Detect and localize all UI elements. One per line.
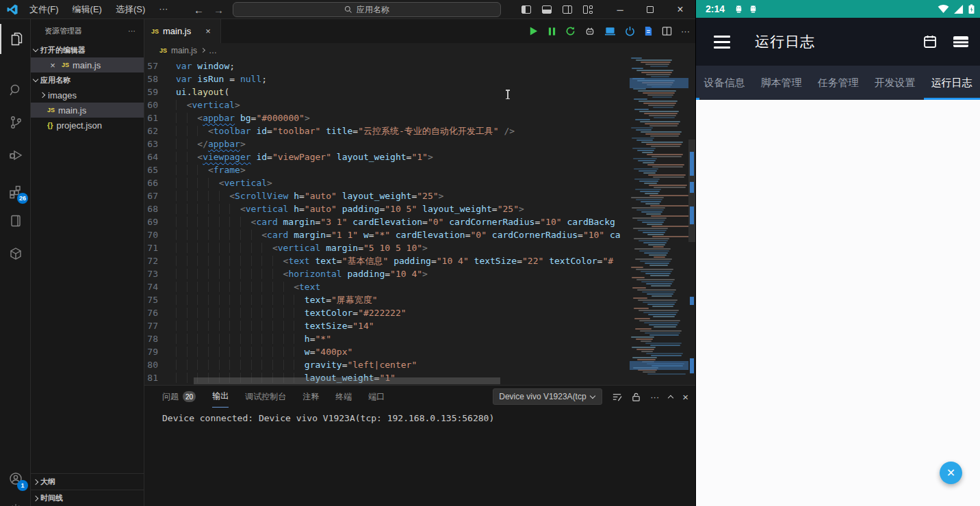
run-icon[interactable] (528, 26, 539, 36)
view-list-icon[interactable] (953, 35, 969, 49)
output-channel-dropdown[interactable]: Device vivo V1923A(tcp (493, 388, 602, 405)
power-icon[interactable] (625, 26, 635, 36)
explorer-actions-icon[interactable]: ··· (128, 27, 136, 35)
tab-dev-settings[interactable]: 开发设置 (866, 66, 923, 100)
toggle-secondary-sidebar-icon[interactable] (563, 5, 572, 14)
code-line: 77 textSize="14" (144, 319, 630, 332)
android-notification-icon (749, 4, 758, 14)
toggle-panel-icon[interactable] (542, 5, 552, 14)
hamburger-menu-icon[interactable] (714, 36, 730, 49)
search-sidebar-icon[interactable] (0, 75, 31, 105)
panel-tab-output[interactable]: 输出 (212, 386, 229, 408)
panel-controls: Device vivo V1923A(tcp ··· × (493, 388, 688, 405)
screen-mirror-icon[interactable] (604, 26, 616, 36)
minimap[interactable] (630, 57, 688, 385)
minimap-selection (630, 78, 688, 88)
menu-file[interactable]: 文件(F) (24, 2, 64, 17)
document-icon[interactable] (644, 26, 653, 36)
code-line: 76 textColor="#222222" (144, 306, 630, 319)
panel-tab-debug-console[interactable]: 调试控制台 (245, 386, 286, 408)
panel-more-icon[interactable]: ··· (650, 392, 659, 402)
close-panel-icon[interactable]: × (682, 391, 688, 403)
tab-script-management[interactable]: 脚本管理 (753, 66, 810, 100)
maximize-button[interactable] (635, 0, 665, 19)
accounts-badge: 1 (17, 480, 28, 491)
more-actions-icon[interactable]: ··· (681, 26, 690, 36)
close-button[interactable]: × (665, 0, 695, 19)
run-debug-icon[interactable] (0, 140, 31, 170)
code-line: 69 <card margin="3 1" cardElevation="0" … (144, 215, 630, 228)
accounts-icon[interactable]: 1 (0, 464, 31, 494)
open-editors-section[interactable]: 打开的编辑器 (31, 42, 144, 57)
titlebar: 文件(F) 编辑(E) 选择(S) ··· ← → 应用名称 (0, 0, 695, 19)
status-time: 2:14 (706, 3, 725, 14)
open-editor-main-js[interactable]: × JS main.js (31, 57, 144, 72)
notebook-icon[interactable] (0, 206, 31, 236)
tab-run-log[interactable]: 运行日志 (923, 66, 980, 100)
maximize-panel-icon[interactable] (669, 394, 673, 400)
timeline-section[interactable]: 时间线 (31, 490, 144, 506)
chevron-right-icon (201, 48, 205, 53)
js-file-icon: JS (159, 47, 167, 54)
customize-layout-icon[interactable] (583, 5, 593, 14)
code-line: 78 h="*" (144, 332, 630, 345)
forward-icon[interactable]: → (214, 4, 224, 16)
package-icon[interactable] (0, 239, 31, 269)
robot-icon[interactable] (584, 26, 595, 36)
battery-charging-icon (968, 4, 975, 14)
menu-edit[interactable]: 编辑(E) (67, 2, 107, 17)
search-label: 应用名称 (357, 4, 389, 16)
fab-close-button[interactable]: ✕ (940, 462, 962, 484)
menu-more[interactable]: ··· (153, 2, 173, 17)
minimize-button[interactable]: ─ (605, 0, 635, 19)
command-center-search[interactable]: 应用名称 (233, 2, 501, 17)
explorer-icon[interactable] (0, 24, 31, 54)
source-control-icon[interactable] (0, 107, 31, 137)
editor-actions: ··· (528, 19, 690, 43)
panel-tab-problems[interactable]: 问题 20 (162, 386, 196, 408)
tab-device-info[interactable]: 设备信息 (696, 66, 753, 100)
file-project-json[interactable]: {} project.json (31, 118, 144, 133)
split-editor-icon[interactable] (662, 26, 672, 36)
breadcrumb[interactable]: JS main.js … (144, 43, 695, 57)
close-editor-icon[interactable]: × (47, 60, 58, 70)
chevron-down-icon (33, 46, 38, 51)
panel-tab-terminal[interactable]: 终端 (335, 386, 352, 408)
panel-tab-ports[interactable]: 端口 (368, 386, 385, 408)
toggle-sidebar-icon[interactable] (521, 5, 531, 14)
folder-images[interactable]: images (31, 88, 144, 103)
explorer-title: 资源管理器 (44, 26, 82, 36)
outline-section[interactable]: 大纲 (31, 473, 144, 490)
back-icon[interactable]: ← (194, 4, 204, 16)
menu-select[interactable]: 选择(S) (110, 2, 151, 17)
panel-tab-comments[interactable]: 注释 (302, 386, 319, 408)
chevron-down-icon (33, 76, 38, 81)
close-tab-icon[interactable]: × (203, 26, 214, 36)
lock-icon[interactable] (632, 392, 641, 402)
horizontal-scrollbar[interactable] (194, 377, 500, 384)
signal-icon (954, 5, 964, 14)
tab-main-js[interactable]: JS main.js × (144, 19, 221, 43)
js-file-icon: JS (47, 107, 55, 114)
settings-gear-icon[interactable]: 1 (0, 494, 31, 506)
clear-output-icon[interactable] (612, 392, 622, 402)
code-line: 72 <text text="基本信息" padding="10 4" text… (144, 254, 630, 267)
phone-page-title: 运行日志 (755, 32, 815, 51)
code-line: 64 <viewpager id="viewPager" layout_weig… (144, 150, 630, 163)
pause-icon[interactable] (547, 27, 556, 36)
folder-section[interactable]: 应用名称 (31, 72, 144, 88)
tab-task-management[interactable]: 任务管理 (810, 66, 866, 100)
search-icon (344, 5, 352, 14)
explorer-sidebar: 资源管理器 ··· 打开的编辑器 × JS main.js 应用名称 image… (31, 19, 144, 506)
code-line: 60 <vertical> (144, 98, 630, 111)
editor-area: JS main.js × ··· JS (144, 19, 695, 385)
extensions-icon[interactable]: 26 (0, 176, 31, 207)
code-line: 73 <horizontal padding="10 4"> (144, 267, 630, 280)
file-main-js[interactable]: JS main.js (31, 103, 144, 118)
restart-icon[interactable] (565, 26, 576, 36)
bottom-panel: 问题 20 输出 调试控制台 注释 终端 端口 (144, 385, 695, 506)
code-lines[interactable]: 57var window;58var isRun = null;59ui.lay… (144, 57, 630, 385)
code-line: 62 <toolbar id="toolbar" title="云控系统-专业的… (144, 124, 630, 137)
phone-tab-bar: 设备信息 脚本管理 任务管理 开发设置 运行日志 (696, 66, 980, 100)
calendar-icon[interactable] (923, 34, 938, 49)
